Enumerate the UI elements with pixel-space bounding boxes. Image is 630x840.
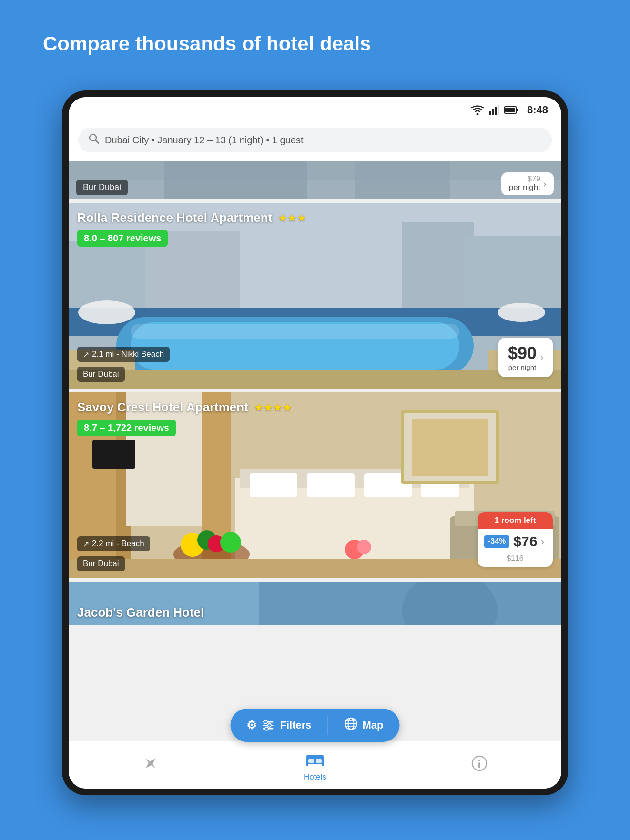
savoy-distance-badge: ↗ 2.2 mi - Beach bbox=[77, 536, 150, 551]
svg-rect-27 bbox=[131, 324, 459, 339]
svg-rect-74 bbox=[478, 762, 480, 768]
savoy-rating-badge: 8.7 – 1,722 reviews bbox=[77, 420, 176, 436]
savoy-discount-badge: -34% bbox=[484, 535, 509, 548]
partial-top-chevron-icon: › bbox=[543, 179, 546, 189]
search-icon bbox=[89, 133, 99, 147]
svg-point-59 bbox=[268, 724, 271, 727]
map-button[interactable]: Map bbox=[328, 709, 400, 742]
wifi-icon bbox=[471, 105, 484, 115]
bottom-nav: Hotels bbox=[69, 741, 561, 789]
hotels-icon bbox=[305, 749, 325, 770]
rolla-hotel-name: Rolla Residence Hotel Apartment bbox=[77, 210, 272, 225]
svg-rect-7 bbox=[505, 108, 515, 112]
partial-top-price-amount: $79 bbox=[509, 175, 540, 183]
filters-button[interactable]: ⚙ Filters bbox=[230, 710, 327, 740]
globe-icon bbox=[345, 717, 358, 733]
nav-item-hotels[interactable]: Hotels bbox=[233, 749, 397, 782]
search-bar-container: Dubai City • January 12 – 13 (1 night) •… bbox=[69, 123, 561, 161]
svg-rect-68 bbox=[308, 759, 314, 763]
svg-point-50 bbox=[357, 540, 371, 554]
rolla-price-box[interactable]: $90 per night › bbox=[498, 338, 553, 377]
rolla-rating-badge: 8.0 – 807 reviews bbox=[77, 230, 168, 247]
rolla-location-tag: Bur Dubai bbox=[77, 367, 125, 382]
partial-top-price-box: $79 per night › bbox=[501, 172, 554, 195]
savoy-price-chevron-icon: › bbox=[541, 536, 546, 547]
savoy-discount-row: -34% $76 › bbox=[478, 529, 553, 554]
svg-point-60 bbox=[265, 727, 268, 730]
svg-rect-2 bbox=[492, 109, 494, 115]
hotel-list: Bur Dubai $79 per night › bbox=[69, 161, 561, 789]
svg-rect-71 bbox=[322, 763, 324, 766]
svg-point-25 bbox=[498, 303, 545, 322]
svg-rect-70 bbox=[306, 763, 308, 766]
navigate-icon-savoy: ↗ bbox=[83, 540, 89, 549]
map-label: Map bbox=[363, 719, 384, 731]
savoy-hotel-name: Savoy Crest Hotel Apartment bbox=[77, 400, 248, 415]
savoy-price-box[interactable]: 1 room left -34% $76 › $116 bbox=[478, 512, 553, 567]
partial-top-location: Bur Dubai bbox=[76, 180, 128, 195]
savoy-rooms-left: 1 room left bbox=[478, 512, 553, 529]
rolla-header: Rolla Residence Hotel Apartment ★★★ 8.0 … bbox=[69, 203, 561, 254]
hotel-card-savoy[interactable]: Savoy Crest Hotel Apartment ★★★★ 8.7 – 1… bbox=[69, 392, 561, 578]
flights-icon bbox=[142, 755, 159, 776]
partial-top-price-label: per night bbox=[509, 183, 540, 192]
filters-label: Filters bbox=[280, 719, 311, 731]
device-screen: 8:48 Dubai City • January 12 – 13 (1 nig… bbox=[69, 97, 561, 789]
svg-rect-1 bbox=[489, 111, 491, 115]
savoy-original-price: $116 bbox=[478, 554, 553, 567]
jacobs-garden-card[interactable]: Jacob's Garden Hotel bbox=[69, 582, 561, 625]
rolla-stars: ★★★ bbox=[278, 212, 306, 224]
fab-pill: ⚙ Filters bbox=[230, 709, 399, 742]
device-frame: 8:48 Dubai City • January 12 – 13 (1 nig… bbox=[62, 90, 568, 795]
sliders-icon bbox=[262, 719, 274, 731]
svg-point-73 bbox=[478, 760, 480, 761]
svg-rect-69 bbox=[316, 759, 322, 763]
navigate-icon: ↗ bbox=[83, 350, 89, 359]
svg-point-58 bbox=[264, 720, 267, 724]
signal-icon bbox=[489, 105, 499, 115]
svg-rect-26 bbox=[69, 370, 561, 389]
svg-line-9 bbox=[95, 140, 99, 143]
svg-rect-33 bbox=[92, 440, 135, 469]
svg-rect-67 bbox=[306, 755, 324, 758]
search-input-wrap[interactable]: Dubai City • January 12 – 13 (1 night) •… bbox=[78, 128, 552, 152]
svg-point-0 bbox=[476, 113, 478, 116]
rolla-price-amount: $90 bbox=[508, 343, 537, 363]
svg-rect-3 bbox=[495, 107, 497, 115]
svg-point-54 bbox=[402, 582, 498, 625]
svg-rect-36 bbox=[250, 473, 297, 497]
nav-item-flights[interactable] bbox=[69, 755, 233, 776]
rolla-price-chevron-icon: › bbox=[540, 352, 543, 362]
status-bar: 8:48 bbox=[69, 97, 561, 123]
rolla-distance-badge: ↗ 2.1 mi - Nikki Beach bbox=[77, 347, 170, 362]
svg-rect-4 bbox=[498, 105, 499, 115]
rolla-image-wrap: Rolla Residence Hotel Apartment ★★★ 8.0 … bbox=[69, 203, 561, 389]
jacobs-garden-name: Jacob's Garden Hotel bbox=[77, 605, 204, 620]
nav-item-info[interactable] bbox=[397, 755, 561, 776]
svg-point-48 bbox=[220, 532, 241, 553]
savoy-image-wrap: Savoy Crest Hotel Apartment ★★★★ 8.7 – 1… bbox=[69, 392, 561, 578]
svg-rect-6 bbox=[517, 109, 518, 111]
info-icon bbox=[471, 755, 488, 776]
savoy-location-tag: Bur Dubai bbox=[77, 556, 125, 571]
svg-point-24 bbox=[78, 300, 135, 324]
partial-top-card[interactable]: Bur Dubai $79 per night › bbox=[69, 161, 561, 199]
search-query-text: Dubai City • January 12 – 13 (1 night) •… bbox=[105, 135, 303, 146]
status-time: 8:48 bbox=[527, 104, 548, 116]
floating-buttons: ⚙ Filters bbox=[230, 709, 399, 742]
hotel-card-rolla[interactable]: Rolla Residence Hotel Apartment ★★★ 8.0 … bbox=[69, 203, 561, 389]
status-icons: 8:48 bbox=[471, 104, 548, 116]
savoy-discounted-price: $76 bbox=[513, 533, 537, 550]
savoy-stars: ★★★★ bbox=[254, 401, 292, 414]
battery-icon bbox=[504, 106, 518, 114]
filters-icon: ⚙ bbox=[246, 719, 257, 732]
hotels-nav-label: Hotels bbox=[304, 772, 326, 782]
savoy-header: Savoy Crest Hotel Apartment ★★★★ 8.7 – 1… bbox=[69, 392, 561, 444]
rolla-price-label: per night bbox=[508, 363, 537, 371]
page-title: Compare thousands of hotel deals bbox=[43, 32, 371, 55]
svg-rect-37 bbox=[307, 473, 355, 497]
